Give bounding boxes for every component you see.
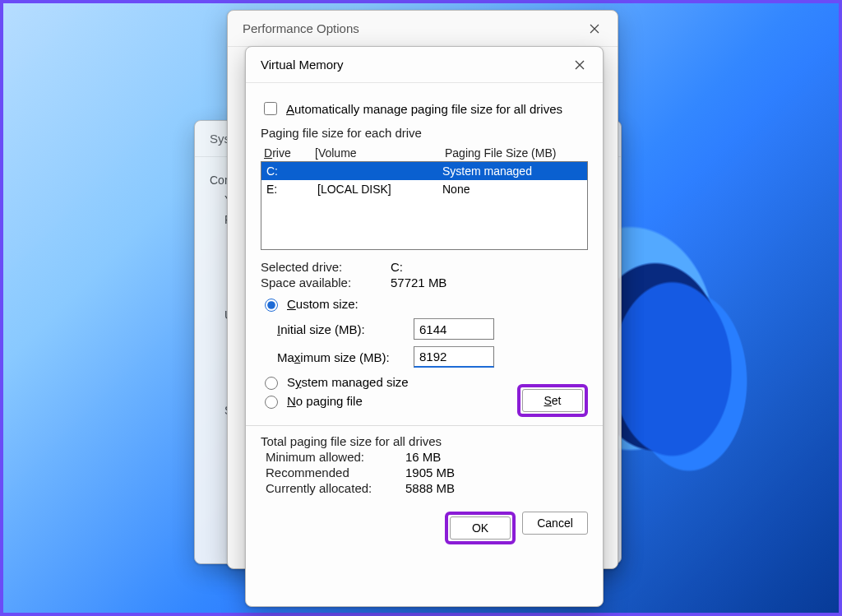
totals-label: Total paging file size for all drives (261, 434, 442, 448)
selected-drive-label: Selected drive: (261, 260, 391, 274)
ok-button[interactable]: OK (450, 516, 511, 540)
set-button[interactable]: Set (522, 389, 583, 412)
selected-drive-value: C: (391, 260, 588, 274)
header-size: Paging File Size (MB) (445, 146, 585, 160)
drive-list-header: Drive [Volume Paging File Size (MB) (261, 145, 588, 161)
set-button-highlight: Set (517, 384, 588, 417)
drive-row-c[interactable]: C: System managed (261, 162, 587, 180)
initial-size-input[interactable] (414, 318, 494, 340)
virtual-memory-titlebar: Virtual Memory (246, 47, 603, 83)
selected-drive-row: Selected drive: C: (261, 260, 588, 274)
initial-size-label: Initial size (MB): (277, 322, 414, 336)
performance-options-title: Performance Options (243, 21, 359, 35)
performance-options-titlebar: Performance Options (228, 11, 618, 47)
custom-size-label: Custom size: (287, 297, 359, 311)
maximum-size-row: Maximum size (MB): (261, 346, 588, 368)
drive-size: System managed (442, 164, 582, 178)
drive-size: None (442, 183, 582, 196)
no-paging-radio[interactable] (265, 396, 278, 409)
space-available-value: 57721 MB (391, 276, 588, 289)
auto-manage-checkbox-row[interactable]: Automatically manage paging file size fo… (261, 100, 588, 118)
system-managed-label: System managed size (287, 375, 409, 389)
currently-allocated-value: 5888 MB (405, 481, 588, 495)
min-allowed-label: Minimum allowed: (266, 450, 405, 464)
drive-letter: C: (266, 164, 317, 178)
ok-button-highlight: OK (445, 512, 516, 544)
initial-size-row: Initial size (MB): (261, 318, 588, 340)
each-drive-label: Paging file size for each drive (261, 126, 588, 140)
virtual-memory-title: Virtual Memory (261, 58, 344, 72)
maximum-size-input[interactable] (414, 346, 494, 368)
drive-letter: E: (266, 183, 317, 196)
recommended-row: Recommended 1905 MB (261, 465, 588, 479)
maximum-size-label: Maximum size (MB): (277, 350, 414, 364)
recommended-value: 1905 MB (405, 465, 588, 479)
currently-allocated-label: Currently allocated: (266, 481, 405, 495)
auto-manage-checkbox[interactable] (264, 102, 277, 115)
custom-size-radio-row[interactable]: Custom size: (261, 296, 588, 312)
auto-manage-label: Automatically manage paging file size fo… (286, 102, 562, 116)
close-icon[interactable] (568, 53, 591, 76)
header-volume: [Volume (315, 146, 445, 160)
header-drive: Drive (264, 146, 315, 160)
separator (246, 425, 603, 426)
min-allowed-value: 16 MB (405, 450, 588, 464)
drive-row-e[interactable]: E: [LOCAL DISK] None (261, 180, 587, 198)
space-available-label: Space available: (261, 276, 391, 289)
space-available-row: Space available: 57721 MB (261, 276, 588, 289)
custom-size-radio[interactable] (265, 299, 278, 312)
min-allowed-row: Minimum allowed: 16 MB (261, 450, 588, 464)
recommended-label: Recommended (266, 465, 405, 479)
no-paging-label: No paging file (287, 394, 363, 408)
drive-volume: [LOCAL DISK] (317, 183, 442, 196)
virtual-memory-dialog: Virtual Memory Automatically manage pagi… (245, 46, 604, 607)
cancel-button[interactable]: Cancel (522, 512, 588, 535)
system-managed-radio[interactable] (265, 377, 278, 390)
currently-allocated-row: Currently allocated: 5888 MB (261, 481, 588, 495)
close-icon[interactable] (583, 17, 606, 40)
drive-list[interactable]: C: System managed E: [LOCAL DISK] None (261, 161, 588, 250)
